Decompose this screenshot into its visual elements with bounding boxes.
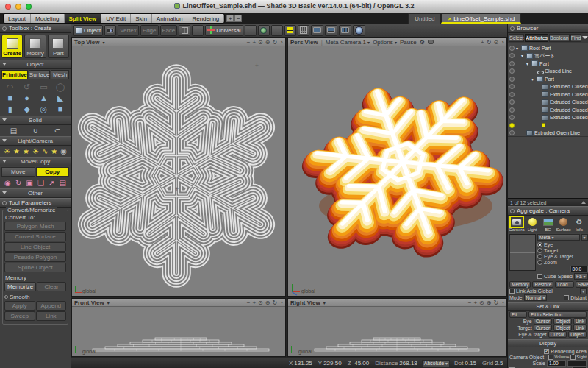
radio-button[interactable] <box>537 254 542 259</box>
rotate-tool-button[interactable] <box>192 25 204 36</box>
cursor-button[interactable]: Cursor <box>534 318 553 325</box>
collapse-icon[interactable] <box>510 209 514 213</box>
camera-object-checkbox[interactable] <box>570 355 576 360</box>
object-name[interactable]: Extruded Closed <box>550 92 588 97</box>
toolbox-mode-button[interactable]: Create <box>1 35 23 58</box>
right-wireframe-canvas[interactable] <box>288 307 507 357</box>
filter-funnel-icon[interactable] <box>582 35 587 41</box>
pause-button[interactable]: Pause <box>400 39 417 46</box>
move-copy-section-bar[interactable]: Move/Copy <box>0 157 71 166</box>
document-tab[interactable]: Untitled <box>408 13 441 24</box>
coordinate-mode-dropdown[interactable]: Absolute <box>422 360 450 367</box>
point-light-icon[interactable]: ☀ <box>4 147 10 155</box>
viewport-title[interactable]: Right View <box>290 300 320 306</box>
cursor-button[interactable]: Cursor <box>548 331 567 338</box>
viewport-control-icon[interactable]: ↻ <box>272 39 277 46</box>
viewport-control-icon[interactable]: ⊕ <box>265 300 270 306</box>
rendering-area-checkbox[interactable] <box>544 349 549 354</box>
top-wireframe-canvas[interactable] <box>72 46 286 297</box>
workspace-tab[interactable]: Split View <box>65 14 102 23</box>
light-camera-section-bar[interactable]: Light/Camera <box>0 136 71 146</box>
viewport-control-icon[interactable]: + <box>473 300 477 306</box>
camera-memory-button[interactable]: Restore <box>532 281 553 288</box>
radio-button[interactable] <box>537 248 542 253</box>
duplicate-icon[interactable]: ▣ <box>26 179 32 187</box>
arc-icon[interactable]: ↺ <box>19 82 35 92</box>
cube-speed-dropdown[interactable]: Fa <box>574 273 588 280</box>
capsule-icon[interactable]: ◆ <box>19 104 35 114</box>
pers-render-canvas[interactable] <box>294 49 506 287</box>
tree-row[interactable]: Extruded Closed <box>508 83 588 91</box>
radio-button[interactable] <box>537 260 542 265</box>
bone-tool-button[interactable] <box>245 25 257 36</box>
viewport-control-icon[interactable]: ⊙ <box>258 300 263 306</box>
viewport-title[interactable]: Pers View <box>290 39 318 46</box>
visibility-toggle[interactable] <box>509 53 514 58</box>
ambient-light-icon[interactable]: ★ <box>51 147 57 155</box>
tree-row[interactable]: Extruded Closed <box>508 106 588 114</box>
visibility-toggle[interactable] <box>509 77 514 82</box>
solid-section-bar[interactable]: Solid <box>0 116 71 125</box>
move-copy-tab[interactable]: Move <box>1 167 35 177</box>
gear-icon[interactable]: ⚙ <box>420 39 425 46</box>
workspace-tab[interactable]: Animation <box>152 14 188 23</box>
visibility-toggle[interactable] <box>509 68 514 74</box>
collapse-icon[interactable] <box>510 26 514 31</box>
aggregate-tab[interactable]: Surface <box>556 217 571 232</box>
add-workspace-button[interactable]: + <box>226 15 234 22</box>
comment-icon[interactable] <box>428 40 434 44</box>
cube-speed-checkbox[interactable] <box>537 274 542 279</box>
viewport-control-icon[interactable]: ◔ <box>501 300 504 306</box>
object-name[interactable]: Extruded Closed <box>550 115 588 120</box>
torus-icon[interactable]: ◎ <box>36 104 52 114</box>
camera-tool-button[interactable] <box>104 25 116 36</box>
object-name[interactable]: 雪パート <box>534 52 555 60</box>
object-button[interactable]: Object <box>568 331 587 338</box>
workspace-tab[interactable]: Layout <box>4 14 31 23</box>
universal-manipulator-button[interactable]: Universal <box>205 25 243 36</box>
viewport-control-icon[interactable]: ↻ <box>493 300 498 306</box>
visibility-toggle[interactable] <box>509 92 514 97</box>
aggregate-tab[interactable]: Camera <box>509 217 524 232</box>
camera-memory-button[interactable]: Save... <box>576 281 588 288</box>
smooth-subheader[interactable]: Smooth <box>4 294 66 300</box>
cursor-button[interactable]: Cursor <box>534 325 553 331</box>
browser-tab[interactable]: Attributes <box>525 34 548 42</box>
visibility-toggle[interactable] <box>509 123 514 128</box>
visibility-toggle[interactable] <box>509 61 514 66</box>
wireframe-display-button[interactable] <box>298 25 309 36</box>
viewport-control-icon[interactable]: − <box>247 300 251 306</box>
spot-light-icon[interactable]: ★ <box>13 147 20 155</box>
document-tab[interactable]: ×LineOffset_Sample.shd <box>441 13 521 24</box>
object-name[interactable]: Closed Line <box>545 68 572 74</box>
array-copy-icon[interactable]: ❏ <box>37 179 44 187</box>
vertex-mode-button[interactable]: Vertex <box>118 25 139 36</box>
camera-memory-button[interactable]: Load... <box>555 281 574 288</box>
scale-field-2[interactable] <box>567 360 587 367</box>
viewport-title[interactable]: Front View <box>74 300 104 306</box>
visibility-toggle[interactable] <box>509 84 514 89</box>
object-tool-button[interactable]: Object <box>74 25 103 36</box>
viewport-title[interactable]: Top View <box>74 39 99 46</box>
distant-checkbox[interactable] <box>564 295 569 300</box>
tree-row[interactable] <box>508 121 588 130</box>
sphere-icon[interactable]: ● <box>19 93 35 103</box>
tree-row[interactable]: ▾ Root Part <box>508 44 588 52</box>
camera-object-icon[interactable]: ◉ <box>60 147 67 155</box>
lathe-icon[interactable]: ∪ <box>33 127 38 135</box>
cylinder-icon[interactable]: ▮ <box>2 104 18 114</box>
scale-copy-icon[interactable]: ▤ <box>59 179 65 187</box>
tree-row[interactable]: Extruded Closed <box>508 91 588 99</box>
window-titlebar[interactable]: LineOffset_Sample.shd — Shade 3D Basic v… <box>0 0 588 13</box>
tree-row[interactable]: Extruded Closed <box>508 99 588 107</box>
top-viewport[interactable]: Top View▾ −+⊙⊕↻◔ + + global <box>71 38 286 297</box>
link-axis-checkbox[interactable] <box>509 289 514 294</box>
viewport-control-icon[interactable]: ⊙ <box>493 39 498 46</box>
shading-display-button[interactable] <box>311 25 323 36</box>
object-name[interactable]: Part <box>545 77 554 82</box>
smooth-button[interactable]: Append <box>36 301 67 311</box>
pers-viewport[interactable]: Pers View | Meta Camera 1 ▾ Options ▾ Pa… <box>287 38 507 297</box>
workspace-tab[interactable]: Modeling <box>31 14 64 23</box>
browser-tab[interactable]: Select <box>509 34 524 42</box>
face-mode-button[interactable]: Face <box>160 25 178 36</box>
